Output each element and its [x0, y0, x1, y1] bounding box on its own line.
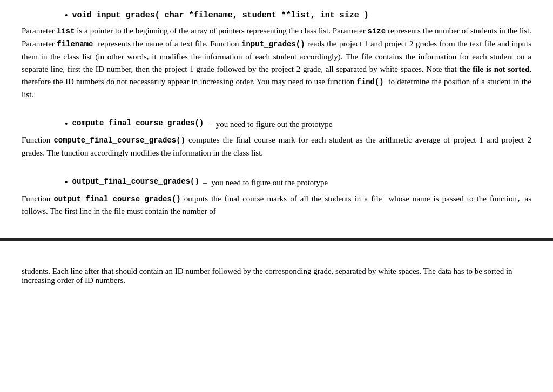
output-note: you need to figure out the prototype: [207, 177, 328, 189]
param-list: list: [57, 27, 75, 36]
compute-final-signature: compute_final_course_grades(): [72, 118, 204, 129]
compute-final-block: • compute_final_course_grades() – you ne…: [22, 118, 531, 159]
func-output-final: output_final_course_grades(): [53, 195, 180, 204]
from-text: from: [440, 39, 455, 48]
output-final-bullet: • output_final_course_grades() – you nee…: [22, 177, 531, 189]
compute-final-bullet: • compute_final_course_grades() – you ne…: [22, 118, 531, 131]
to-determine-text: to determine the position: [388, 77, 470, 86]
bottom-paragraph: students. Each line after that should co…: [22, 267, 531, 285]
bottom-section: students. Each line after that should co…: [0, 241, 553, 392]
input-grades-block: • void input_grades( char *filename, stu…: [22, 10, 531, 101]
input-grades-description: Parameter list is a pointer to the begin…: [22, 25, 531, 101]
output-final-description: Function output_final_course_grades() ou…: [22, 193, 531, 218]
page-wrapper: • void input_grades( char *filename, stu…: [0, 0, 553, 392]
output-final-signature: output_final_course_grades(): [72, 177, 199, 187]
output-final-block: • output_final_course_grades() – you nee…: [22, 177, 531, 218]
func-input-grades: input_grades(): [241, 40, 305, 49]
func-compute-final: compute_final_course_grades(): [53, 136, 185, 145]
spacer-4: [22, 259, 531, 267]
output-dash: –: [199, 177, 207, 189]
compute-note: you need to figure out the prototype: [212, 118, 332, 131]
bullet-dot-3: •: [65, 177, 68, 188]
spacer-1: [22, 111, 531, 118]
input-grades-signature: void input_grades( char *filename, stude…: [72, 10, 369, 21]
comma-mono: ,: [517, 195, 521, 204]
top-section: • void input_grades( char *filename, stu…: [0, 0, 553, 238]
bullet-dot-1: •: [65, 10, 68, 22]
not-sorted-bold: the file is not sorted: [459, 65, 529, 73]
compute-final-description: Function compute_final_course_grades() c…: [22, 134, 531, 159]
input-grades-bullet: • void input_grades( char *filename, stu…: [22, 10, 531, 22]
param-filename: filename: [57, 40, 93, 49]
func-find: find(): [356, 78, 383, 86]
spacer-3: [22, 252, 531, 259]
bullet-dot-2: •: [65, 118, 68, 130]
param-size: size: [368, 27, 386, 36]
compute-dash: –: [204, 118, 212, 131]
spacer-2: [22, 169, 531, 177]
